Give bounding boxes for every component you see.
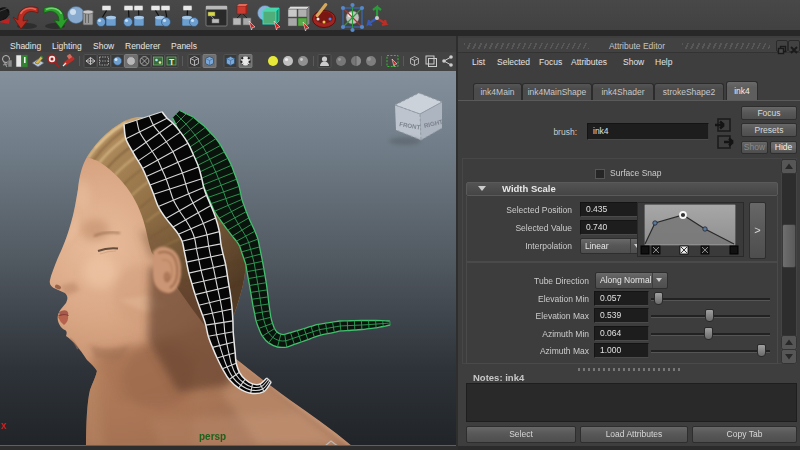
svg-text:persp: persp	[199, 431, 226, 442]
svg-text:x: x	[1, 420, 7, 431]
svg-text:T: T	[169, 57, 175, 67]
